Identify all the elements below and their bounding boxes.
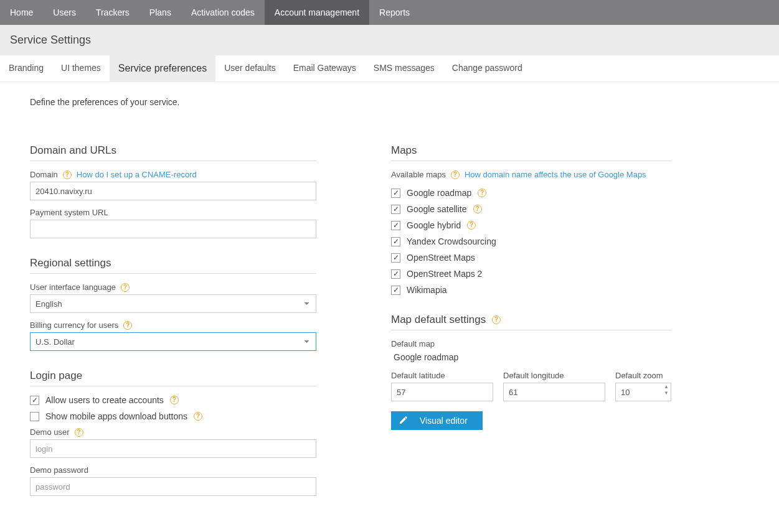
default-lat-label: Default latitude	[391, 371, 493, 380]
map-option-row: Google satellite?	[391, 204, 671, 214]
tab-sms-messages[interactable]: SMS messages	[365, 55, 443, 82]
nav-item-reports[interactable]: Reports	[369, 0, 420, 25]
zoom-spinner-arrows[interactable]: ▲▼	[664, 385, 669, 396]
map-checkbox[interactable]	[391, 286, 400, 295]
default-zoom-input[interactable]	[615, 383, 671, 401]
help-icon[interactable]: ?	[467, 221, 476, 230]
nav-item-users[interactable]: Users	[43, 0, 86, 25]
demo-user-label: Demo user ?	[30, 427, 316, 437]
currency-select[interactable]: U.S. Dollar	[30, 332, 316, 351]
map-defaults-title-text: Map default settings	[391, 314, 486, 326]
tab-ui-themes[interactable]: UI themes	[52, 55, 110, 82]
show-mobile-row: Show mobile apps download buttons ?	[30, 411, 316, 421]
available-maps-label: Available maps ? How domain name affects…	[391, 170, 671, 179]
divider	[30, 161, 316, 161]
tab-email-gateways[interactable]: Email Gateways	[285, 55, 365, 82]
language-select[interactable]: English	[30, 294, 316, 313]
demo-user-input[interactable]	[30, 439, 316, 458]
nav-item-trackers[interactable]: Trackers	[86, 0, 139, 25]
map-option-row: OpenStreet Maps 2	[391, 269, 671, 279]
divider	[391, 330, 671, 330]
top-nav: HomeUsersTrackersPlansActivation codesAc…	[0, 0, 779, 25]
help-icon[interactable]: ?	[75, 428, 83, 437]
tab-service-preferences[interactable]: Service preferences	[110, 55, 215, 82]
allow-create-row: Allow users to create accounts ?	[30, 395, 316, 405]
map-option-row: Google hybrid?	[391, 220, 671, 230]
visual-editor-button[interactable]: Visual editor	[391, 411, 483, 430]
available-maps-label-text: Available maps	[391, 170, 446, 179]
payment-url-input[interactable]	[30, 220, 316, 238]
map-option-row: OpenStreet Maps	[391, 253, 671, 263]
tab-change-password[interactable]: Change password	[443, 55, 531, 82]
map-option-label: Google hybrid	[407, 220, 461, 230]
nav-item-activation-codes[interactable]: Activation codes	[181, 0, 265, 25]
domain-label-text: Domain	[30, 170, 58, 179]
intro-text: Define the preferences of your service.	[0, 82, 779, 107]
help-icon[interactable]: ?	[123, 321, 132, 330]
section-title-login: Login page	[30, 370, 316, 382]
demo-password-label: Demo password	[30, 465, 316, 475]
allow-create-checkbox[interactable]	[30, 396, 39, 405]
payment-url-label: Payment system URL	[30, 208, 316, 217]
nav-item-account-management[interactable]: Account management	[265, 0, 369, 25]
divider	[30, 386, 316, 386]
map-option-label: Yandex Crowdsourcing	[407, 236, 496, 246]
map-option-row: Wikimapia	[391, 285, 671, 295]
show-mobile-checkbox[interactable]	[30, 412, 39, 421]
tab-branding[interactable]: Branding	[0, 55, 52, 82]
divider	[30, 273, 316, 274]
default-map-label: Default map	[391, 339, 671, 348]
demo-user-label-text: Demo user	[30, 427, 70, 437]
help-icon[interactable]: ?	[478, 189, 486, 197]
help-icon[interactable]: ?	[121, 283, 130, 292]
help-icon[interactable]: ?	[451, 170, 460, 179]
help-icon[interactable]: ?	[194, 412, 202, 421]
divider	[391, 161, 671, 161]
map-checkbox[interactable]	[391, 253, 400, 263]
section-domain: Domain and URLs Domain ? How do I set up…	[30, 144, 316, 238]
domain-input[interactable]	[30, 182, 316, 200]
nav-item-home[interactable]: Home	[0, 0, 43, 25]
map-checkbox[interactable]	[391, 269, 400, 279]
visual-editor-label: Visual editor	[420, 416, 468, 426]
section-title-domain: Domain and URLs	[30, 144, 316, 157]
demo-password-input[interactable]	[30, 477, 316, 496]
default-lat-input[interactable]	[391, 383, 493, 401]
section-title-regional: Regional settings	[30, 257, 316, 269]
default-lon-label: Default longitude	[503, 371, 605, 380]
domain-label: Domain ? How do I set up a CNAME-record	[30, 170, 316, 179]
map-checkbox[interactable]	[391, 205, 400, 214]
language-label: User interface language ?	[30, 282, 316, 292]
section-title-maps: Maps	[391, 144, 671, 157]
nav-item-plans[interactable]: Plans	[139, 0, 181, 25]
help-icon[interactable]: ?	[473, 205, 482, 213]
page-title: Service Settings	[0, 25, 779, 55]
map-option-label: OpenStreet Maps	[407, 253, 475, 263]
show-mobile-label: Show mobile apps download buttons	[45, 411, 187, 421]
section-title-map-defaults: Map default settings ?	[391, 314, 671, 326]
map-option-label: Google roadmap	[407, 188, 471, 198]
maps-help-link[interactable]: How domain name affects the use of Googl…	[465, 170, 646, 179]
default-lon-input[interactable]	[503, 383, 605, 401]
help-icon[interactable]: ?	[63, 170, 72, 179]
help-icon[interactable]: ?	[170, 396, 179, 404]
map-checkbox[interactable]	[391, 189, 400, 198]
section-map-defaults: Map default settings ? Default map Googl…	[391, 314, 671, 430]
map-option-row: Google roadmap?	[391, 188, 671, 198]
tab-user-defaults[interactable]: User defaults	[215, 55, 284, 82]
map-checkbox[interactable]	[391, 221, 400, 230]
section-regional: Regional settings User interface languag…	[30, 257, 316, 351]
currency-label-text: Billing currency for users	[30, 320, 118, 330]
default-zoom-label: Default zoom	[615, 371, 671, 380]
map-option-row: Yandex Crowdsourcing	[391, 236, 671, 246]
map-option-label: Google satellite	[407, 204, 467, 214]
domain-help-link[interactable]: How do I set up a CNAME-record	[77, 170, 197, 179]
currency-label: Billing currency for users ?	[30, 320, 316, 330]
section-login: Login page Allow users to create account…	[30, 370, 316, 496]
help-icon[interactable]: ?	[492, 315, 501, 324]
default-map-value: Google roadmap	[391, 351, 671, 363]
maps-list: Google roadmap?Google satellite?Google h…	[391, 188, 671, 295]
allow-create-label: Allow users to create accounts	[45, 395, 164, 405]
pencil-icon	[399, 415, 408, 427]
map-checkbox[interactable]	[391, 237, 400, 246]
